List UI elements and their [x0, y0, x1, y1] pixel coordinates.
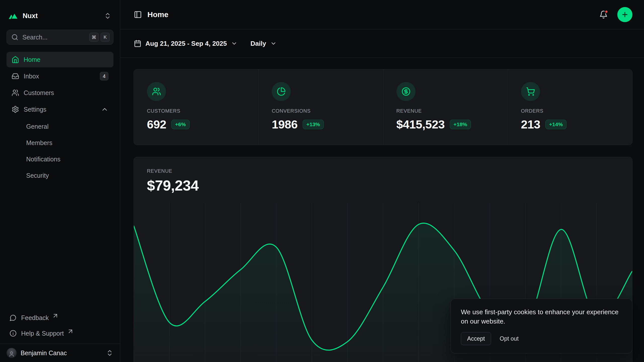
- sidebar-item-inbox[interactable]: Inbox 4: [7, 68, 113, 84]
- feedback-label: Feedback: [21, 314, 49, 322]
- revenue-chart-header: REVENUE $79,234: [134, 157, 632, 194]
- stat-delta-badge: +13%: [303, 120, 324, 129]
- stat-value: 1986: [272, 117, 298, 131]
- chevrons-up-down-icon: [106, 349, 113, 357]
- k-keycap: K: [101, 33, 110, 42]
- search-placeholder: Search...: [22, 34, 85, 41]
- stat-label: CUSTOMERS: [147, 108, 245, 114]
- sidebar-item-home[interactable]: Home: [7, 52, 113, 67]
- period-label: Daily: [251, 40, 266, 48]
- chart-pie-icon: [272, 82, 291, 101]
- arrow-up-right-icon: [67, 328, 74, 335]
- stat-value: $415,523: [396, 117, 445, 131]
- stat-delta-badge: +6%: [171, 120, 190, 129]
- add-button[interactable]: [617, 7, 632, 22]
- chevron-down-icon: [270, 40, 277, 47]
- chevron-up-icon: [101, 106, 108, 113]
- sidebar-item-customers[interactable]: Customers: [7, 85, 113, 101]
- circle-dollar-icon: [396, 82, 416, 101]
- workspace-selector[interactable]: Nuxt: [9, 8, 111, 24]
- sub-item-label: Security: [26, 172, 49, 179]
- date-range-label: Aug 21, 2025 - Sep 4, 2025: [145, 40, 227, 48]
- sidebar-item-label: Settings: [24, 106, 46, 113]
- feedback-link[interactable]: Feedback: [7, 310, 113, 326]
- cmd-keycap: ⌘: [89, 33, 99, 42]
- accept-button[interactable]: Accept: [461, 332, 491, 345]
- period-button[interactable]: Daily: [251, 40, 277, 48]
- notifications-button[interactable]: [599, 10, 608, 19]
- header-actions: [599, 7, 632, 22]
- stats-row: CUSTOMERS 692 +6% CONVERSIONS 1986 +13%: [134, 69, 632, 145]
- search-icon: [11, 34, 18, 41]
- stat-conversions: CONVERSIONS 1986 +13%: [258, 69, 383, 145]
- settings-subnav: General Members Notifications Security: [7, 119, 113, 184]
- sub-item-label: Notifications: [26, 156, 60, 163]
- date-range-button[interactable]: Aug 21, 2025 - Sep 4, 2025: [134, 40, 237, 48]
- gear-icon: [12, 106, 19, 113]
- users-icon: [12, 89, 19, 97]
- home-icon: [12, 56, 19, 63]
- sidebar-toggle-button[interactable]: [134, 11, 142, 19]
- sidebar-item-members[interactable]: Members: [7, 135, 113, 151]
- users-icon: [147, 82, 166, 101]
- page-title: Home: [147, 10, 168, 19]
- nuxt-logo-icon: [9, 12, 19, 19]
- arrow-up-right-icon: [52, 312, 59, 319]
- stat-revenue: REVENUE $415,523 +18%: [383, 69, 508, 145]
- stat-label: REVENUE: [396, 108, 495, 114]
- sub-item-label: General: [26, 123, 49, 130]
- stat-value: 213: [521, 117, 540, 131]
- sidebar-item-settings[interactable]: Settings: [7, 102, 113, 117]
- sidebar-item-security[interactable]: Security: [7, 168, 113, 184]
- page-header: Home: [120, 0, 644, 29]
- opt-out-button[interactable]: Opt out: [495, 332, 524, 345]
- revenue-chart-label: REVENUE: [147, 168, 619, 174]
- help-support-link[interactable]: Help & Support: [7, 326, 113, 341]
- user-menu[interactable]: Benjamin Canac: [0, 344, 120, 362]
- panel-left-icon: [134, 11, 142, 19]
- sidebar-item-label: Customers: [24, 89, 54, 97]
- sidebar-item-label: Home: [24, 56, 41, 63]
- cookie-message: We use first-party cookies to enhance yo…: [461, 307, 622, 326]
- revenue-chart-value: $79,234: [147, 177, 619, 194]
- cookie-banner: We use first-party cookies to enhance yo…: [451, 299, 632, 353]
- cookie-actions: Accept Opt out: [461, 332, 622, 345]
- filters-toolbar: Aug 21, 2025 - Sep 4, 2025 Daily: [120, 29, 644, 58]
- plus-icon: [621, 11, 629, 18]
- search-shortcut: ⌘ K: [89, 33, 110, 42]
- sidebar-item-notifications[interactable]: Notifications: [7, 151, 113, 167]
- stat-delta-badge: +14%: [545, 120, 567, 129]
- calendar-icon: [134, 40, 141, 47]
- stat-label: ORDERS: [521, 108, 619, 114]
- sidebar-nav: Home Inbox 4 Customers Settings: [7, 52, 113, 184]
- avatar: [7, 348, 17, 358]
- inbox-count-badge: 4: [100, 72, 108, 80]
- user-silhouette-icon: [8, 351, 15, 357]
- search-input[interactable]: Search... ⌘ K: [7, 30, 113, 45]
- inbox-icon: [12, 72, 19, 80]
- stat-customers: CUSTOMERS 692 +6%: [134, 69, 258, 145]
- chevrons-up-down-icon: [104, 12, 111, 20]
- chevron-down-icon: [231, 40, 237, 47]
- stat-value: 692: [147, 117, 166, 131]
- info-icon: [10, 330, 17, 337]
- message-icon: [10, 314, 17, 321]
- workspace-name: Nuxt: [23, 12, 100, 20]
- stat-label: CONVERSIONS: [272, 108, 370, 114]
- cart-icon: [521, 82, 540, 101]
- sidebar: Nuxt Search... ⌘ K Home Inbox 4: [0, 0, 120, 362]
- sidebar-footer: Feedback Help & Support Benjamin Canac: [7, 310, 113, 362]
- sidebar-item-general[interactable]: General: [7, 119, 113, 134]
- user-name: Benjamin Canac: [21, 349, 102, 357]
- sidebar-item-label: Inbox: [24, 73, 39, 80]
- notification-dot: [605, 10, 608, 14]
- help-support-label: Help & Support: [21, 330, 64, 337]
- sub-item-label: Members: [26, 139, 52, 147]
- stat-orders: ORDERS 213 +14%: [508, 69, 632, 145]
- stat-delta-badge: +18%: [450, 120, 471, 129]
